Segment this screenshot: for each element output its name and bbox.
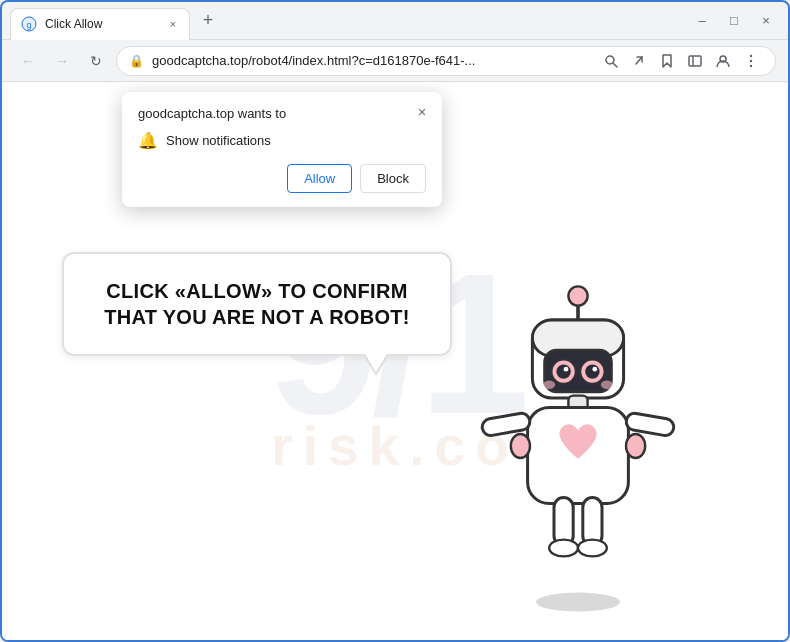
lock-icon: 🔒 [129,54,144,68]
tab-strip: g Click Allow × + [10,2,688,39]
search-icon[interactable] [599,49,623,73]
forward-button[interactable]: → [48,47,76,75]
title-bar: g Click Allow × + – □ × [2,2,788,40]
svg-marker-5 [663,55,671,67]
svg-point-34 [549,540,578,557]
popup-notification-row: 🔔 Show notifications [138,131,426,150]
svg-point-22 [564,367,569,372]
svg-point-28 [511,434,530,458]
svg-point-2 [606,56,614,64]
svg-point-21 [585,364,599,378]
tab-favicon: g [21,16,37,32]
url-text: goodcaptcha.top/robot4/index.html?c=d161… [152,53,591,68]
active-tab[interactable]: g Click Allow × [10,8,190,40]
minimize-button[interactable]: – [688,7,716,35]
svg-point-11 [750,64,752,66]
sidebar-icon[interactable] [683,49,707,73]
svg-point-25 [601,381,613,389]
notification-popup: × goodcaptcha.top wants to 🔔 Show notifi… [122,92,442,207]
svg-point-35 [578,540,607,557]
svg-line-4 [636,57,642,64]
robot-illustration [448,260,708,620]
popup-title: goodcaptcha.top wants to [138,106,426,121]
browser-window: g Click Allow × + – □ × ← → ↻ 🔒 goodcapt… [0,0,790,642]
svg-point-9 [750,54,752,56]
bookmark-icon[interactable] [655,49,679,73]
menu-icon[interactable] [739,49,763,73]
svg-point-10 [750,59,752,61]
svg-point-24 [543,381,555,389]
window-controls: – □ × [688,7,780,35]
maximize-button[interactable]: □ [720,7,748,35]
svg-rect-33 [583,498,602,546]
svg-rect-30 [481,412,531,437]
address-action-icons [599,49,763,73]
share-icon[interactable] [627,49,651,73]
svg-point-23 [592,367,597,372]
svg-point-29 [626,434,645,458]
svg-rect-32 [554,498,573,546]
main-message: CLICK «ALLOW» TO CONFIRM THAT YOU ARE NO… [94,278,420,330]
back-button[interactable]: ← [14,47,42,75]
block-button[interactable]: Block [360,164,426,193]
svg-rect-31 [625,412,675,437]
popup-buttons: Allow Block [138,164,426,193]
close-button[interactable]: × [752,7,780,35]
svg-rect-6 [689,56,701,66]
speech-bubble: CLICK «ALLOW» TO CONFIRM THAT YOU ARE NO… [62,252,452,356]
address-bar: ← → ↻ 🔒 goodcaptcha.top/robot4/index.htm… [2,40,788,82]
tab-close-button[interactable]: × [165,16,181,32]
profile-icon[interactable] [711,49,735,73]
svg-line-3 [614,63,618,67]
address-input[interactable]: 🔒 goodcaptcha.top/robot4/index.html?c=d1… [116,46,776,76]
new-tab-button[interactable]: + [194,7,222,35]
svg-point-20 [556,364,570,378]
popup-notification-text: Show notifications [166,133,271,148]
svg-point-14 [568,286,587,305]
svg-text:g: g [26,20,31,30]
bell-icon: 🔔 [138,131,158,150]
reload-button[interactable]: ↻ [82,47,110,75]
page-content: 9/1 risk.co × goodcaptcha.top wants to 🔔… [2,82,788,640]
svg-point-12 [536,592,620,611]
popup-close-button[interactable]: × [412,102,432,122]
allow-button[interactable]: Allow [287,164,352,193]
tab-title: Click Allow [45,17,157,31]
